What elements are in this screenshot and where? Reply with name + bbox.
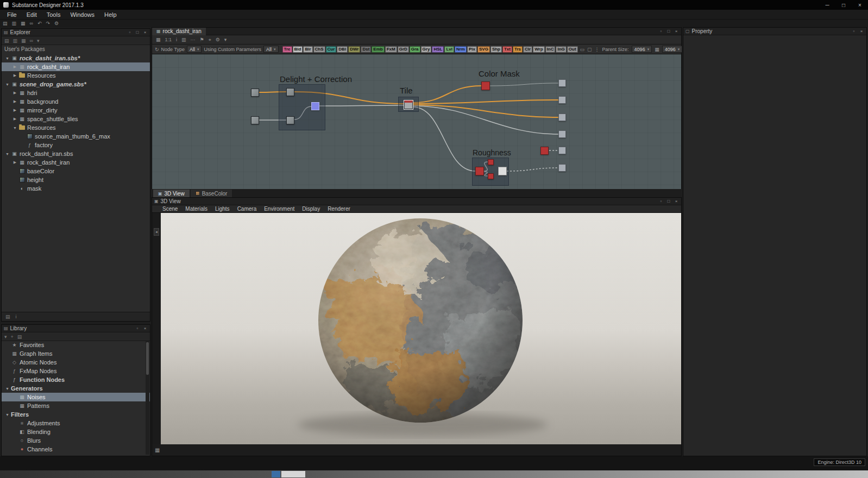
open-icon[interactable]: ▥ [12, 20, 17, 27]
new-package-icon[interactable]: ▤ [4, 38, 9, 43]
tag-shp[interactable]: Shp [490, 46, 502, 53]
library-item-atomic-nodes[interactable]: ◇Atomic Nodes [2, 358, 150, 367]
tag-out[interactable]: Out [567, 46, 578, 53]
menu-file[interactable]: File [2, 11, 22, 18]
chevron-right-icon[interactable]: ▶ [11, 91, 18, 95]
tag-hsl[interactable]: HSL [432, 46, 444, 53]
dropdown-icon[interactable]: ▾ [224, 36, 227, 43]
library-item-channels[interactable]: ●Channels [2, 445, 150, 454]
save-icon[interactable]: ▥ [13, 38, 18, 43]
tab-basecolor[interactable]: BaseColor [191, 190, 232, 197]
input-node[interactable] [251, 116, 259, 124]
tag-dbl[interactable]: DBl [337, 46, 348, 53]
tree-item-mirror-dirty[interactable]: ▶▦mirror_dirty [2, 106, 150, 115]
tree-item-rock-dasht-iran[interactable]: ▶▦rock_dasht_iran [2, 62, 150, 71]
chevron-right-icon[interactable]: ▶ [11, 108, 18, 112]
tag-grd[interactable]: GrD [398, 46, 409, 53]
close-button[interactable]: × [852, 0, 868, 10]
link-icon[interactable]: ∞ [30, 38, 33, 43]
library-item-fxmap-nodes[interactable]: ƒFxMap Nodes [2, 367, 150, 375]
size-grid-icon[interactable]: ▦ [655, 46, 659, 53]
chevron-right-icon[interactable]: ▶ [11, 160, 18, 165]
tree-item-resources[interactable]: ▶Resources [2, 71, 150, 80]
tag-cur[interactable]: Cur [326, 46, 337, 53]
redo-icon[interactable]: ↷ [46, 20, 51, 27]
frame-all-icon[interactable]: ▦ [156, 36, 161, 43]
view-menu-display[interactable]: Display [298, 206, 324, 212]
tag-fxm[interactable]: FxM [385, 46, 397, 53]
tree-item-mask[interactable]: ◐mask [2, 184, 150, 193]
add-icon[interactable]: + [11, 334, 14, 339]
parent-size-select[interactable]: 4096 ▾ [632, 46, 652, 53]
tag-txt[interactable]: Txt [502, 46, 512, 53]
tag-dwr[interactable]: DWr [348, 46, 360, 53]
roughness-sub-node[interactable] [488, 159, 494, 165]
chevron-down-icon[interactable]: ▼ [4, 413, 11, 417]
refresh-icon[interactable]: ↻ [155, 46, 159, 53]
view-menu-camera[interactable]: Camera [234, 206, 261, 212]
tree-item-rock-dasht-iran-sbs[interactable]: ▼▣rock_dasht_iran.sbs [2, 149, 150, 158]
dock-icon[interactable]: □ [666, 29, 671, 34]
float-icon[interactable]: ▫ [658, 29, 664, 34]
dock-icon[interactable]: □ [666, 199, 671, 204]
dots-icon[interactable]: ··· [191, 36, 196, 43]
float-icon[interactable]: ▫ [851, 29, 857, 34]
tag-tre[interactable]: Tre [282, 46, 292, 53]
close-icon[interactable]: × [859, 29, 864, 34]
float-icon[interactable]: ▫ [135, 326, 140, 331]
info-icon[interactable]: i [176, 36, 177, 43]
tag-trs[interactable]: Trs [513, 46, 523, 53]
chevron-down-icon[interactable]: ▼ [4, 56, 11, 60]
menu-tools[interactable]: Tools [42, 11, 66, 18]
target-icon[interactable]: ⌖ [209, 36, 211, 43]
display-options-icon[interactable]: ▢ [587, 46, 592, 53]
chevron-down-icon[interactable]: ▼ [11, 126, 18, 130]
tree-item-resources[interactable]: ▼Resources [2, 123, 150, 132]
close-icon[interactable]: × [674, 199, 679, 204]
library-item-graph-items[interactable]: ▦Graph Items [2, 349, 150, 358]
tile-node[interactable] [404, 100, 413, 109]
menu-edit[interactable]: Edit [22, 11, 42, 18]
node-type-select[interactable]: All ▾ [187, 46, 202, 53]
filter-icon[interactable]: ▾ [4, 334, 7, 339]
taskbar-app-segment[interactable] [281, 471, 305, 477]
output-node[interactable] [558, 164, 566, 172]
view-menu-renderer[interactable]: Renderer [324, 206, 354, 212]
output-node[interactable] [558, 130, 566, 138]
close-icon[interactable]: × [674, 29, 679, 34]
output-node[interactable] [558, 79, 566, 87]
chevron-down-icon[interactable]: ▼ [4, 83, 11, 86]
comment-icon[interactable]: ▭ [580, 46, 585, 53]
delight-node[interactable] [286, 88, 294, 96]
output-node[interactable] [558, 147, 566, 154]
size-select[interactable]: 4096 ▾ [662, 46, 683, 53]
uniform-color-node[interactable] [540, 147, 549, 155]
grid-view-icon[interactable]: ▤ [5, 314, 10, 319]
library-item-patterns[interactable]: ▦Patterns [2, 401, 150, 410]
tree-item-height[interactable]: height [2, 175, 150, 184]
close-icon[interactable]: × [142, 326, 148, 331]
roughness-blend-node[interactable] [498, 167, 507, 175]
tree-item-factory[interactable]: ƒfactory [2, 141, 150, 149]
grid-icon[interactable]: ▥ [181, 36, 186, 43]
menu-help[interactable]: Help [99, 11, 122, 18]
filter-icon[interactable]: ▾ [37, 38, 40, 43]
graph-tab[interactable]: ▦ rock_dasht_iran [152, 28, 206, 35]
tab-3d-view[interactable]: ▣3D View [153, 190, 190, 197]
tree-item-hdri[interactable]: ▶▦hdri [2, 89, 150, 97]
layout-grid-icon[interactable]: ▦ [155, 447, 160, 453]
viewport-3d[interactable] [161, 213, 681, 445]
chevron-down-icon[interactable]: ▼ [4, 387, 11, 391]
tag-inc[interactable]: InC [545, 46, 556, 53]
library-item-blending[interactable]: ◧Blending [2, 427, 150, 436]
view-mode-icon[interactable]: ▤ [17, 334, 22, 339]
more-icon[interactable]: ⋮ [595, 46, 600, 53]
tag-clr[interactable]: Clr [523, 46, 532, 53]
correction-node[interactable] [286, 116, 294, 124]
library-item-noises[interactable]: ▩Noises [2, 393, 150, 401]
output-node[interactable] [558, 114, 566, 121]
library-item-blurs[interactable]: ○Blurs [2, 436, 150, 445]
undo-icon[interactable]: ↶ [37, 20, 42, 27]
taskbar-app-icon[interactable] [272, 471, 280, 477]
tree-item-scene-drop-game-sbs[interactable]: ▼▣scene_drop_game.sbs* [2, 80, 150, 89]
